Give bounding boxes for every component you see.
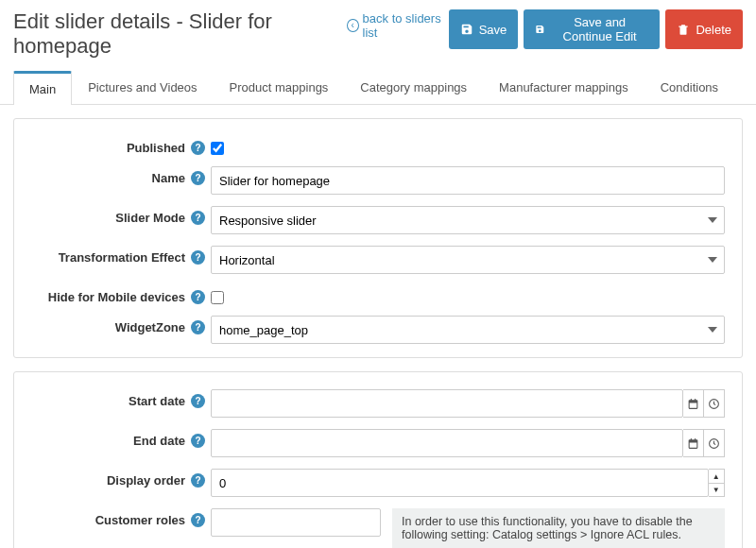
slider-mode-label: Slider Mode: [115, 211, 185, 225]
help-icon[interactable]: ?: [191, 141, 205, 155]
end-date-input[interactable]: [211, 429, 683, 457]
help-icon[interactable]: ?: [191, 473, 205, 488]
clock-icon[interactable]: [704, 389, 725, 418]
save-icon: [535, 23, 545, 36]
help-icon[interactable]: ?: [191, 250, 205, 265]
tab-manufacturer-mappings[interactable]: Manufacturer mappings: [483, 71, 644, 105]
help-icon[interactable]: ?: [191, 171, 205, 185]
save-button[interactable]: Save: [449, 9, 519, 49]
back-link-label: back to sliders list: [363, 11, 449, 40]
calendar-icon[interactable]: [683, 389, 704, 418]
display-order-label: Display order: [107, 473, 185, 488]
spinner-down[interactable]: ▼: [709, 483, 725, 497]
start-date-input[interactable]: [211, 389, 683, 418]
tab-product-mappings[interactable]: Product mappings: [214, 71, 345, 105]
published-checkbox[interactable]: [211, 142, 224, 155]
clock-icon[interactable]: [704, 429, 725, 457]
help-icon[interactable]: ?: [191, 320, 205, 334]
save-icon: [460, 23, 473, 36]
published-label: Published: [127, 141, 185, 155]
delete-button[interactable]: Delete: [665, 9, 743, 49]
start-date-label: Start date: [129, 394, 185, 408]
spinner-up[interactable]: ▲: [709, 469, 725, 483]
help-icon[interactable]: ?: [191, 290, 205, 304]
display-order-input[interactable]: [211, 469, 709, 497]
end-date-label: End date: [133, 434, 185, 448]
customer-roles-select[interactable]: [211, 508, 381, 537]
help-icon[interactable]: ?: [191, 513, 205, 527]
calendar-icon[interactable]: [683, 429, 704, 457]
arrow-left-icon: ‹: [347, 19, 359, 32]
tab-category-mappings[interactable]: Category mappings: [344, 71, 483, 105]
back-link[interactable]: ‹ back to sliders list: [347, 11, 449, 40]
transformation-effect-label: Transformation Effect: [59, 250, 185, 265]
name-input[interactable]: [211, 166, 725, 195]
customer-roles-label: Customer roles: [95, 513, 185, 527]
tab-main[interactable]: Main: [13, 71, 72, 105]
hide-mobile-checkbox[interactable]: [211, 291, 224, 304]
help-icon[interactable]: ?: [191, 211, 205, 225]
tab-bar: Main Pictures and Videos Product mapping…: [0, 70, 756, 105]
transformation-effect-select[interactable]: Horizontal: [211, 246, 725, 274]
tab-conditions[interactable]: Conditions: [644, 71, 734, 105]
widget-zone-select[interactable]: home_page_top: [211, 316, 725, 344]
name-label: Name: [152, 171, 185, 185]
trash-icon: [677, 23, 690, 36]
widget-zone-label: WidgetZone: [115, 320, 185, 334]
tab-pictures-videos[interactable]: Pictures and Videos: [72, 71, 213, 105]
panel-schedule: Start date? End date? Display order? ▲ ▼: [13, 371, 743, 548]
help-icon[interactable]: ?: [191, 434, 205, 448]
customer-roles-hint: In order to use this functionality, you …: [392, 508, 725, 548]
page-title: Edit slider details - Slider for homepag…: [13, 9, 337, 59]
hide-mobile-label: Hide for Mobile devices: [48, 290, 185, 304]
save-continue-button[interactable]: Save and Continue Edit: [524, 9, 660, 49]
help-icon[interactable]: ?: [191, 394, 205, 408]
slider-mode-select[interactable]: Responsive slider: [211, 206, 725, 234]
panel-basic: Published? Name? Slider Mode? Responsive…: [13, 118, 743, 358]
